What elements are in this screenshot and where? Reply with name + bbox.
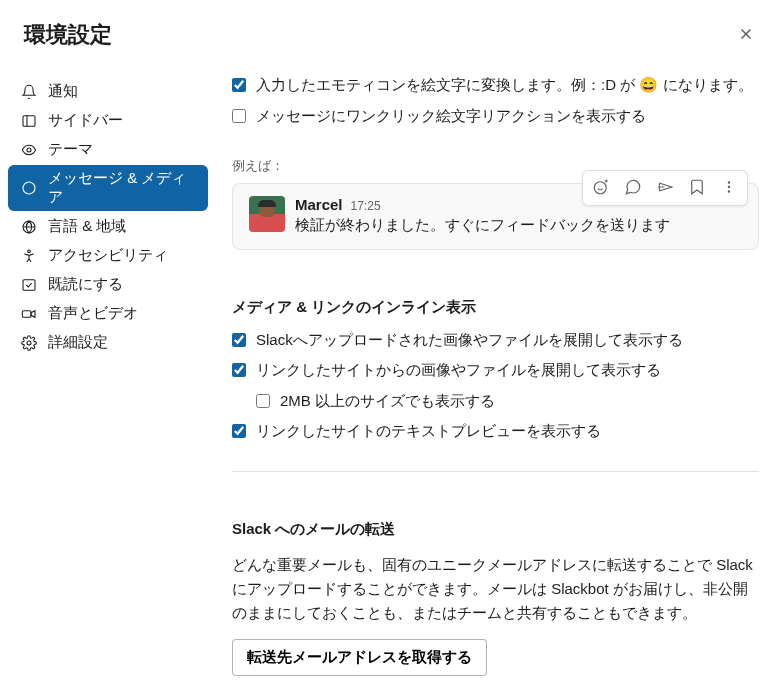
sidebar-item-advanced[interactable]: 詳細設定 xyxy=(8,329,208,356)
message-time: 17:25 xyxy=(351,199,381,213)
message-toolbar xyxy=(582,170,748,206)
email-description: どんな重要メールも、固有のユニークメールアドレスに転送することで Slack に… xyxy=(232,553,759,625)
bookmark-icon xyxy=(688,178,706,199)
more-actions-button[interactable] xyxy=(713,173,745,203)
checkbox-input[interactable] xyxy=(232,424,246,438)
eye-icon xyxy=(20,141,38,159)
gear-icon xyxy=(20,334,38,352)
close-button[interactable] xyxy=(733,21,759,50)
check-square-icon xyxy=(20,276,38,294)
main-content: 入力したエモティコンを絵文字に変換します。例：:D が 😄 になります。 メッセ… xyxy=(208,66,775,676)
add-reaction-icon xyxy=(592,178,610,199)
checkbox-show-preview[interactable]: リンクしたサイトのテキストプレビューを表示する xyxy=(232,420,759,443)
sidebar-item-language[interactable]: 言語 & 地域 xyxy=(8,213,208,240)
sidebar-item-label: サイドバー xyxy=(48,111,123,130)
sidebar-item-themes[interactable]: テーマ xyxy=(8,136,208,163)
checkbox-label: リンクしたサイトのテキストプレビューを表示する xyxy=(256,420,601,443)
checkbox-label: Slackへアップロードされた画像やファイルを展開して表示する xyxy=(256,329,683,352)
thread-icon xyxy=(624,178,642,199)
section-title-media: メディア & リンクのインライン表示 xyxy=(232,298,759,317)
svg-rect-7 xyxy=(22,310,31,317)
checkbox-input[interactable] xyxy=(232,333,246,347)
svg-point-12 xyxy=(728,190,730,192)
checkbox-convert-emoticons[interactable]: 入力したエモティコンを絵文字に変換します。例：:D が 😄 になります。 xyxy=(232,74,759,97)
sidebar-item-label: メッセージ & メディア xyxy=(48,169,196,207)
add-reaction-button[interactable] xyxy=(585,173,617,203)
section-title-email: Slack へのメールの転送 xyxy=(232,520,759,539)
sidebar-item-label: アクセシビリティ xyxy=(48,246,168,265)
message-preview: Marcel 17:25 検証が終わりました。すぐにフィードバックを送ります xyxy=(232,183,759,250)
svg-point-11 xyxy=(728,185,730,187)
sidebar-item-label: 言語 & 地域 xyxy=(48,217,126,236)
checkbox-label: メッセージにワンクリック絵文字リアクションを表示する xyxy=(256,105,646,128)
sidebar-item-label: 通知 xyxy=(48,82,78,101)
bell-icon xyxy=(20,83,38,101)
sidebar-item-label: 詳細設定 xyxy=(48,333,108,352)
sidebar-item-label: 音声とビデオ xyxy=(48,304,138,323)
sidebar-item-mark-read[interactable]: 既読にする xyxy=(8,271,208,298)
checkbox-input[interactable] xyxy=(256,394,270,408)
sidebar-item-audio-video[interactable]: 音声とビデオ xyxy=(8,300,208,327)
video-icon xyxy=(20,305,38,323)
share-button[interactable] xyxy=(649,173,681,203)
svg-point-5 xyxy=(28,250,31,253)
svg-point-9 xyxy=(594,181,606,193)
sidebar-item-messages-media[interactable]: メッセージ & メディア xyxy=(8,165,208,211)
checkbox-expand-linked[interactable]: リンクしたサイトからの画像やファイルを展開して表示する xyxy=(232,359,759,382)
share-icon xyxy=(656,178,674,199)
svg-rect-0 xyxy=(23,115,35,126)
close-icon xyxy=(737,29,755,46)
checkbox-even-large[interactable]: 2MB 以上のサイズでも表示する xyxy=(232,390,759,413)
grinning-emoji: 😄 xyxy=(639,76,658,93)
sidebar-item-accessibility[interactable]: アクセシビリティ xyxy=(8,242,208,269)
checkbox-input[interactable] xyxy=(232,109,246,123)
sidebar: 通知 サイドバー テーマ メッセージ & メディア 言語 & 地域 アクセシビリ… xyxy=(8,66,208,676)
reply-thread-button[interactable] xyxy=(617,173,649,203)
svg-point-2 xyxy=(27,148,31,152)
avatar xyxy=(249,196,285,232)
sidebar-item-notifications[interactable]: 通知 xyxy=(8,78,208,105)
divider xyxy=(232,471,759,472)
message-author: Marcel xyxy=(295,196,343,213)
checkbox-label: 入力したエモティコンを絵文字に変換します。例：:D が 😄 になります。 xyxy=(256,74,753,97)
sidebar-item-label: 既読にする xyxy=(48,275,123,294)
globe-icon xyxy=(20,218,38,236)
checkbox-input[interactable] xyxy=(232,78,246,92)
panel-icon xyxy=(20,112,38,130)
chat-icon xyxy=(20,179,38,197)
checkbox-input[interactable] xyxy=(232,363,246,377)
checkbox-label: 2MB 以上のサイズでも表示する xyxy=(280,390,495,413)
checkbox-expand-uploaded[interactable]: Slackへアップロードされた画像やファイルを展開して表示する xyxy=(232,329,759,352)
checkbox-one-click-reactions[interactable]: メッセージにワンクリック絵文字リアクションを表示する xyxy=(232,105,759,128)
page-title: 環境設定 xyxy=(24,20,112,50)
checkbox-label: リンクしたサイトからの画像やファイルを展開して表示する xyxy=(256,359,661,382)
sidebar-item-label: テーマ xyxy=(48,140,93,159)
sidebar-item-sidebar[interactable]: サイドバー xyxy=(8,107,208,134)
svg-point-8 xyxy=(27,341,31,345)
get-email-address-button[interactable]: 転送先メールアドレスを取得する xyxy=(232,639,487,676)
more-vertical-icon xyxy=(720,178,738,199)
message-text: 検証が終わりました。すぐにフィードバックを送ります xyxy=(295,214,742,237)
accessibility-icon xyxy=(20,247,38,265)
svg-rect-6 xyxy=(23,279,35,290)
svg-point-10 xyxy=(728,181,730,183)
bookmark-button[interactable] xyxy=(681,173,713,203)
